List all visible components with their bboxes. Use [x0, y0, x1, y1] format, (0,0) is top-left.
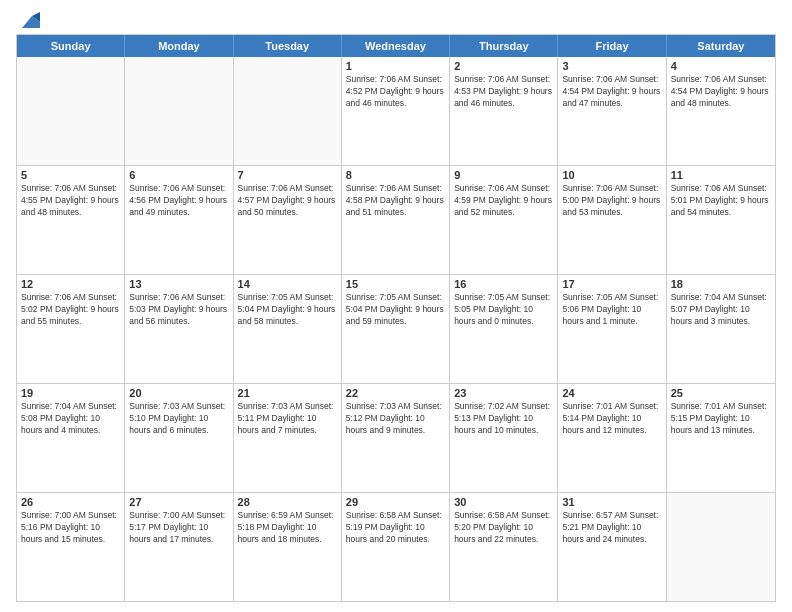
calendar-day-16: 16Sunrise: 7:05 AM Sunset: 5:05 PM Dayli… [450, 275, 558, 383]
calendar-day-20: 20Sunrise: 7:03 AM Sunset: 5:10 PM Dayli… [125, 384, 233, 492]
calendar-body: 1Sunrise: 7:06 AM Sunset: 4:52 PM Daylig… [17, 57, 775, 601]
weekday-header-saturday: Saturday [667, 35, 775, 57]
day-number: 26 [21, 496, 120, 508]
day-number: 14 [238, 278, 337, 290]
day-info: Sunrise: 6:57 AM Sunset: 5:21 PM Dayligh… [562, 510, 661, 546]
day-info: Sunrise: 7:06 AM Sunset: 4:52 PM Dayligh… [346, 74, 445, 110]
calendar-day-12: 12Sunrise: 7:06 AM Sunset: 5:02 PM Dayli… [17, 275, 125, 383]
day-number: 22 [346, 387, 445, 399]
day-number: 25 [671, 387, 771, 399]
day-number: 29 [346, 496, 445, 508]
day-info: Sunrise: 7:06 AM Sunset: 4:57 PM Dayligh… [238, 183, 337, 219]
calendar-day-17: 17Sunrise: 7:05 AM Sunset: 5:06 PM Dayli… [558, 275, 666, 383]
calendar-day-21: 21Sunrise: 7:03 AM Sunset: 5:11 PM Dayli… [234, 384, 342, 492]
calendar-day-empty [125, 57, 233, 165]
calendar: SundayMondayTuesdayWednesdayThursdayFrid… [16, 34, 776, 602]
calendar-day-24: 24Sunrise: 7:01 AM Sunset: 5:14 PM Dayli… [558, 384, 666, 492]
day-info: Sunrise: 7:01 AM Sunset: 5:14 PM Dayligh… [562, 401, 661, 437]
day-info: Sunrise: 6:58 AM Sunset: 5:19 PM Dayligh… [346, 510, 445, 546]
day-info: Sunrise: 6:58 AM Sunset: 5:20 PM Dayligh… [454, 510, 553, 546]
weekday-header-tuesday: Tuesday [234, 35, 342, 57]
day-number: 19 [21, 387, 120, 399]
calendar-day-3: 3Sunrise: 7:06 AM Sunset: 4:54 PM Daylig… [558, 57, 666, 165]
day-number: 16 [454, 278, 553, 290]
day-info: Sunrise: 7:05 AM Sunset: 5:04 PM Dayligh… [238, 292, 337, 328]
day-info: Sunrise: 6:59 AM Sunset: 5:18 PM Dayligh… [238, 510, 337, 546]
calendar-header: SundayMondayTuesdayWednesdayThursdayFrid… [17, 35, 775, 57]
day-info: Sunrise: 7:04 AM Sunset: 5:08 PM Dayligh… [21, 401, 120, 437]
calendar-day-29: 29Sunrise: 6:58 AM Sunset: 5:19 PM Dayli… [342, 493, 450, 601]
calendar-day-9: 9Sunrise: 7:06 AM Sunset: 4:59 PM Daylig… [450, 166, 558, 274]
calendar-day-1: 1Sunrise: 7:06 AM Sunset: 4:52 PM Daylig… [342, 57, 450, 165]
day-number: 28 [238, 496, 337, 508]
calendar-week-2: 5Sunrise: 7:06 AM Sunset: 4:55 PM Daylig… [17, 166, 775, 275]
day-number: 4 [671, 60, 771, 72]
calendar-day-28: 28Sunrise: 6:59 AM Sunset: 5:18 PM Dayli… [234, 493, 342, 601]
day-info: Sunrise: 7:04 AM Sunset: 5:07 PM Dayligh… [671, 292, 771, 328]
day-info: Sunrise: 7:06 AM Sunset: 4:55 PM Dayligh… [21, 183, 120, 219]
day-number: 18 [671, 278, 771, 290]
day-number: 31 [562, 496, 661, 508]
day-number: 6 [129, 169, 228, 181]
day-info: Sunrise: 7:06 AM Sunset: 5:00 PM Dayligh… [562, 183, 661, 219]
day-number: 21 [238, 387, 337, 399]
day-info: Sunrise: 7:06 AM Sunset: 4:53 PM Dayligh… [454, 74, 553, 110]
day-number: 9 [454, 169, 553, 181]
calendar-week-1: 1Sunrise: 7:06 AM Sunset: 4:52 PM Daylig… [17, 57, 775, 166]
day-number: 5 [21, 169, 120, 181]
calendar-day-19: 19Sunrise: 7:04 AM Sunset: 5:08 PM Dayli… [17, 384, 125, 492]
calendar-week-4: 19Sunrise: 7:04 AM Sunset: 5:08 PM Dayli… [17, 384, 775, 493]
weekday-header-thursday: Thursday [450, 35, 558, 57]
day-number: 17 [562, 278, 661, 290]
calendar-week-5: 26Sunrise: 7:00 AM Sunset: 5:16 PM Dayli… [17, 493, 775, 601]
calendar-day-4: 4Sunrise: 7:06 AM Sunset: 4:54 PM Daylig… [667, 57, 775, 165]
logo [16, 12, 40, 30]
day-info: Sunrise: 7:06 AM Sunset: 4:58 PM Dayligh… [346, 183, 445, 219]
weekday-header-wednesday: Wednesday [342, 35, 450, 57]
day-info: Sunrise: 7:03 AM Sunset: 5:10 PM Dayligh… [129, 401, 228, 437]
calendar-day-18: 18Sunrise: 7:04 AM Sunset: 5:07 PM Dayli… [667, 275, 775, 383]
day-number: 3 [562, 60, 661, 72]
calendar-day-empty [234, 57, 342, 165]
day-number: 15 [346, 278, 445, 290]
day-number: 20 [129, 387, 228, 399]
day-number: 2 [454, 60, 553, 72]
day-number: 10 [562, 169, 661, 181]
day-info: Sunrise: 7:05 AM Sunset: 5:04 PM Dayligh… [346, 292, 445, 328]
calendar-day-22: 22Sunrise: 7:03 AM Sunset: 5:12 PM Dayli… [342, 384, 450, 492]
day-number: 1 [346, 60, 445, 72]
day-info: Sunrise: 7:00 AM Sunset: 5:17 PM Dayligh… [129, 510, 228, 546]
calendar-page: SundayMondayTuesdayWednesdayThursdayFrid… [0, 0, 792, 612]
calendar-day-27: 27Sunrise: 7:00 AM Sunset: 5:17 PM Dayli… [125, 493, 233, 601]
day-info: Sunrise: 7:05 AM Sunset: 5:06 PM Dayligh… [562, 292, 661, 328]
calendar-day-31: 31Sunrise: 6:57 AM Sunset: 5:21 PM Dayli… [558, 493, 666, 601]
calendar-day-15: 15Sunrise: 7:05 AM Sunset: 5:04 PM Dayli… [342, 275, 450, 383]
day-info: Sunrise: 7:06 AM Sunset: 4:56 PM Dayligh… [129, 183, 228, 219]
calendar-day-25: 25Sunrise: 7:01 AM Sunset: 5:15 PM Dayli… [667, 384, 775, 492]
calendar-day-10: 10Sunrise: 7:06 AM Sunset: 5:00 PM Dayli… [558, 166, 666, 274]
calendar-day-14: 14Sunrise: 7:05 AM Sunset: 5:04 PM Dayli… [234, 275, 342, 383]
calendar-day-26: 26Sunrise: 7:00 AM Sunset: 5:16 PM Dayli… [17, 493, 125, 601]
day-info: Sunrise: 7:03 AM Sunset: 5:11 PM Dayligh… [238, 401, 337, 437]
weekday-header-sunday: Sunday [17, 35, 125, 57]
calendar-day-7: 7Sunrise: 7:06 AM Sunset: 4:57 PM Daylig… [234, 166, 342, 274]
day-info: Sunrise: 7:06 AM Sunset: 5:02 PM Dayligh… [21, 292, 120, 328]
day-info: Sunrise: 7:01 AM Sunset: 5:15 PM Dayligh… [671, 401, 771, 437]
day-info: Sunrise: 7:03 AM Sunset: 5:12 PM Dayligh… [346, 401, 445, 437]
calendar-day-23: 23Sunrise: 7:02 AM Sunset: 5:13 PM Dayli… [450, 384, 558, 492]
day-info: Sunrise: 7:05 AM Sunset: 5:05 PM Dayligh… [454, 292, 553, 328]
calendar-day-13: 13Sunrise: 7:06 AM Sunset: 5:03 PM Dayli… [125, 275, 233, 383]
day-number: 7 [238, 169, 337, 181]
calendar-day-11: 11Sunrise: 7:06 AM Sunset: 5:01 PM Dayli… [667, 166, 775, 274]
page-header [16, 12, 776, 30]
calendar-day-6: 6Sunrise: 7:06 AM Sunset: 4:56 PM Daylig… [125, 166, 233, 274]
day-number: 27 [129, 496, 228, 508]
calendar-day-empty [17, 57, 125, 165]
day-info: Sunrise: 7:06 AM Sunset: 4:59 PM Dayligh… [454, 183, 553, 219]
calendar-day-2: 2Sunrise: 7:06 AM Sunset: 4:53 PM Daylig… [450, 57, 558, 165]
day-info: Sunrise: 7:06 AM Sunset: 5:01 PM Dayligh… [671, 183, 771, 219]
calendar-day-8: 8Sunrise: 7:06 AM Sunset: 4:58 PM Daylig… [342, 166, 450, 274]
day-info: Sunrise: 7:00 AM Sunset: 5:16 PM Dayligh… [21, 510, 120, 546]
day-number: 30 [454, 496, 553, 508]
day-number: 12 [21, 278, 120, 290]
